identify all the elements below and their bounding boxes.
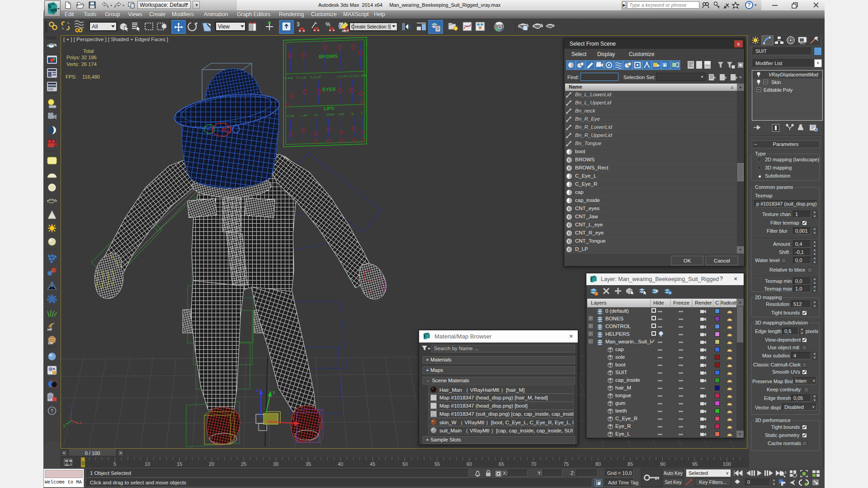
svg-text:65: 65 [499,461,504,467]
svg-text:?: ? [51,408,54,413]
svg-text:LIPS: LIPS [324,105,334,111]
svg-text:Polys:: Polys: [66,55,80,60]
svg-text:KISS: KISS [339,113,344,115]
svg-text:L_D_LID: L_D_LID [337,75,347,78]
svg-text:60: 60 [467,461,472,467]
svg-text:z: z [256,387,259,393]
svg-text:5: 5 [113,461,116,467]
svg-text:HF: HF [47,328,52,332]
svg-text:95: 95 [692,461,698,467]
svg-text:15: 15 [177,461,182,467]
svg-text:32 186: 32 186 [81,55,97,60]
svg-text:EYES: EYES [322,86,335,92]
svg-text:M: M [351,113,354,115]
svg-text:R_BRB: R_BRB [284,76,293,80]
svg-text:0: 0 [82,461,85,466]
svg-text:25: 25 [241,461,246,467]
svg-text:ABC: ABC [342,29,348,33]
svg-text:?: ? [747,2,750,8]
svg-text:80: 80 [595,461,601,467]
svg-text:FPS:: FPS: [66,74,76,80]
svg-text:±: ± [784,470,787,474]
svg-text:BROWS: BROWS [319,53,338,59]
svg-text:y: y [63,423,66,428]
svg-text:K: K [53,367,56,371]
svg-text:3: 3 [297,21,300,28]
svg-text:26 174: 26 174 [81,61,97,67]
svg-text:75: 75 [563,461,569,467]
svg-text:55: 55 [434,461,440,467]
svg-text:L_SM: L_SM [301,114,307,117]
svg-text:x: x [80,421,82,425]
svg-text:Total: Total [83,48,94,54]
svg-text:UP: UP [314,113,318,116]
svg-text:y: y [273,389,275,394]
svg-text:100: 100 [723,461,731,467]
svg-text:45: 45 [370,461,375,467]
svg-text:Ox: Ox [48,341,53,345]
svg-text:L_BRB: L_BRB [359,74,367,77]
svg-text:20: 20 [209,461,214,467]
svg-text:50: 50 [402,461,408,467]
svg-text:116,480: 116,480 [82,74,100,80]
svg-text:R_D_LID: R_D_LID [311,75,321,79]
svg-text:z: z [69,404,71,409]
svg-text:View: View [218,23,230,30]
svg-text:R_SM: R_SM [287,114,294,117]
svg-text:85: 85 [627,461,633,467]
svg-text:70: 70 [531,461,536,467]
svg-text:All: All [92,23,98,30]
svg-text:90: 90 [660,461,665,467]
svg-text:30: 30 [273,461,278,467]
svg-text:Verts:: Verts: [66,61,79,67]
svg-text:Create Selection Se: Create Selection Se [351,24,394,29]
svg-text:F: F [361,112,363,115]
svg-text:35: 35 [306,461,311,467]
svg-text:40: 40 [338,461,343,467]
svg-text:R_U_LID: R_U_LID [296,76,307,79]
svg-text:[ + ] [ Perspective ] [ Shaded: [ + ] [ Perspective ] [ Shaded + Edged F… [63,37,168,42]
svg-text:x: x [292,415,295,421]
svg-text:DOWN: DOWN [326,113,334,116]
svg-text:10: 10 [145,461,150,467]
svg-text:%: % [326,21,330,28]
svg-text:L_U_LID: L_U_LID [348,74,358,77]
